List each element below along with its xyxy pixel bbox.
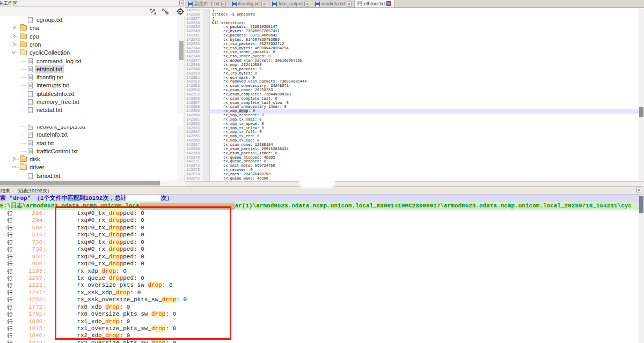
tree-item[interactable]: ethtool.txt	[0, 65, 178, 73]
locate-file-icon[interactable]	[177, 8, 184, 15]
fold-margin	[203, 97, 210, 101]
result-line-number: 1252:	[15, 296, 46, 303]
tab-label: 新文件 1.txt	[194, 1, 219, 8]
line-number: 142275	[185, 177, 203, 181]
tab-0[interactable]: 新文件 1.txt×	[185, 0, 229, 8]
close-tab-icon[interactable]: ×	[386, 1, 391, 6]
result-line-number: 1195:	[15, 268, 46, 275]
tree-horizontal-scrollbar-thumb[interactable]	[0, 181, 160, 185]
result-line-number: 730:	[15, 239, 46, 246]
fold-margin	[203, 80, 210, 84]
fold-margin	[203, 143, 210, 147]
tree-item[interactable]: disk	[0, 155, 178, 163]
fold-margin	[203, 173, 210, 177]
tree-item-label: cron	[28, 41, 42, 49]
tree-connector	[12, 53, 19, 53]
search-summary-line[interactable]: 搜索 "drop" （1个文件中匹配到10192次，总计次）	[0, 195, 639, 202]
tree-vertical-scrollbar-thumb[interactable]	[179, 41, 184, 60]
close-tab-icon[interactable]: ×	[261, 2, 266, 6]
row-label: 行	[7, 340, 13, 343]
tab-label: ethtool.txt	[364, 1, 385, 6]
tab-1[interactable]: ifconfig.txt×	[229, 0, 270, 8]
folder-icon	[20, 50, 27, 55]
tree-item[interactable]: stat.txt	[0, 139, 178, 147]
tree-item-label: netstat.txt	[35, 106, 64, 114]
row-label: 行	[7, 253, 13, 260]
tree-item[interactable]: trafficControl.txt	[0, 147, 178, 155]
fold-margin	[203, 114, 210, 118]
tab-label: fdm_output	[279, 1, 303, 6]
tree-item[interactable]: routeInfo.txt	[0, 131, 178, 139]
fold-margin	[203, 47, 210, 51]
fold-margin	[203, 105, 210, 109]
fold-margin	[203, 38, 210, 42]
file-path-suffix: ar(1)\armod0523.odata.ncmp.unicom.local_…	[235, 203, 632, 209]
tree-item-label: driver	[28, 163, 46, 172]
save-state-icon	[188, 2, 193, 6]
tree-item[interactable]: cna	[0, 24, 178, 32]
redaction-overlay	[126, 195, 160, 202]
fold-margin	[203, 9, 210, 13]
tree-item[interactable]: cyclicCollection	[0, 49, 178, 57]
tree-item[interactable]: cpu	[0, 33, 178, 41]
tree-item-label: disk	[28, 155, 42, 163]
editor-vertical-scrollbar[interactable]	[639, 9, 644, 181]
redaction-overlay	[299, 172, 335, 188]
fold-margin	[203, 13, 210, 17]
file-icon	[28, 173, 33, 179]
tree-item[interactable]: command_log.txt	[0, 57, 178, 65]
tab-label: modinfo.txt	[321, 1, 345, 6]
close-tab-icon[interactable]: ×	[347, 2, 352, 6]
fold-margin	[203, 177, 210, 181]
file-icon	[28, 17, 33, 23]
result-line-number: 738:	[15, 246, 46, 253]
row-label: 行	[7, 311, 13, 318]
results-vertical-scrollbar[interactable]	[639, 195, 644, 343]
editor-line[interactable]: 142236ethtool -S enp1s0f0	[185, 13, 639, 17]
workspace-tree: cgroup.txtcnacpucroncyclicCollectioncomm…	[0, 16, 178, 181]
result-row[interactable]: 行1849: rx2_oversize_pkts_sw_drop: 0	[0, 340, 639, 343]
tree-connector	[20, 69, 27, 70]
tab-3[interactable]: modinfo.txt×	[312, 0, 355, 8]
tree-item-label: iptablesInfo.txt	[35, 90, 76, 98]
tree-item[interactable]: iptablesInfo.txt	[0, 90, 178, 98]
tree-item-label: command_log.txt	[35, 57, 83, 65]
expand-all-icon[interactable]	[149, 8, 157, 15]
save-state-icon	[357, 1, 362, 6]
close-results-icon[interactable]: ×	[636, 188, 641, 192]
close-tab-icon[interactable]: ×	[221, 2, 226, 6]
tree-item-label: lsmod.txt	[35, 172, 62, 180]
save-state-icon	[315, 2, 320, 6]
tree-item-label: interrupts.txt	[35, 81, 71, 90]
tree-item[interactable]: memory_free.txt	[0, 98, 178, 106]
editor-line[interactable]: 142272 tx_xmit_more: 569724756	[185, 164, 639, 168]
tree-item[interactable]: driver	[0, 163, 178, 172]
row-label: 行	[7, 225, 13, 232]
tree-item[interactable]: cron	[0, 41, 178, 49]
results-vertical-scrollbar-thumb[interactable]	[639, 196, 643, 213]
close-tab-icon[interactable]: ×	[304, 2, 309, 6]
result-line-number: 952:	[15, 253, 46, 260]
folder-icon	[20, 42, 27, 47]
collapse-all-icon[interactable]	[162, 8, 169, 15]
tree-item[interactable]: ifconfig.txt	[0, 73, 178, 81]
result-line-number: 1781:	[15, 311, 46, 318]
tree-item[interactable]: cgroup.txt	[0, 16, 178, 24]
editor-text[interactable]: 142235}142236ethtool -S enp1s0f0142237{1…	[185, 9, 639, 181]
tree-connector	[20, 143, 27, 144]
file-icon	[28, 83, 33, 88]
editor-line[interactable]: 142275 tx_queue_wake: 46396	[185, 177, 639, 181]
editor-vertical-scrollbar-thumb[interactable]	[639, 107, 643, 117]
tree-connector	[20, 110, 27, 110]
editor-horizontal-scrollbar[interactable]	[185, 181, 644, 186]
editor-line[interactable]: 142237{	[185, 17, 639, 21]
fold-margin	[203, 88, 210, 93]
tree-item[interactable]: interrupts.txt	[0, 81, 178, 90]
tree-item[interactable]: lsmod.txt	[0, 172, 178, 180]
tab-2[interactable]: fdm_output×	[269, 0, 312, 8]
close-panel-icon[interactable]: ×	[179, 1, 184, 5]
tab-4[interactable]: ethtool.txt×	[355, 0, 394, 8]
tree-item[interactable]: netstat.txt	[0, 106, 178, 114]
fold-margin	[203, 147, 210, 152]
redaction-overlay	[31, 114, 182, 126]
